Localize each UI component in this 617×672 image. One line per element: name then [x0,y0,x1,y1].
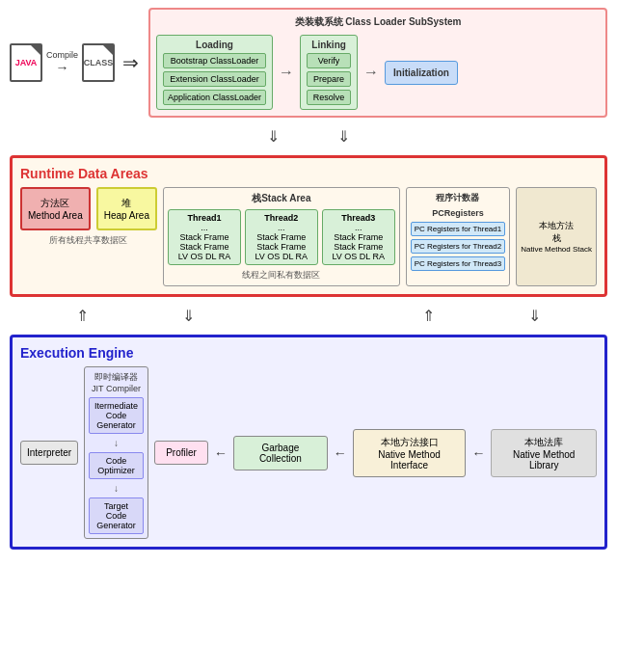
class-label: CLASS [84,58,114,67]
native-stack-box: 本地方法 栈 Native Method Stack [516,187,597,286]
profiler-box: Profiler [154,441,208,465]
native-library-label1: 本地法库 [524,437,563,447]
runtime-box: Runtime Data Areas 方法区 Method Area 堆 Hea… [10,155,607,297]
thread2-box: Thread2 ... Stack Frame Stack Frame LV O… [245,209,318,265]
pc-item-2: PC Registers for Thread3 [411,256,506,271]
top-to-runtime-arrows: ⇓ ⇓ [10,127,607,146]
top-section: JAVA Compile → CLASS ⇒ 类装载系统 Class Loade… [10,8,607,118]
interpreter-label: Interpreter [27,447,71,458]
loading-title: Loading [163,40,266,50]
native-stack-label3: Native Method Stack [521,245,592,254]
pc-area-box: 程序计数器 PCRegisters PC Registers for Threa… [406,187,511,286]
native-stack-label2: 栈 [552,232,561,245]
arrow-bi-1: ⇑ [76,307,89,325]
gc-box: Garbage Collection [233,436,328,470]
native-stack-label1: 本地方法 [539,220,574,232]
jit-items: Itermediate Code Generator ↓ Code Optimi… [89,397,144,534]
thread3-box: Thread3 ... Stack Frame Stack Frame LV O… [322,209,395,265]
pc-item-1: PC Registers for Thread2 [411,239,506,254]
arrow-down-1: ⇓ [267,127,280,146]
pc-title1: 程序计数器 [411,192,506,204]
thread2-item1: Stack Frame [249,232,314,242]
application-loader: Application ClassLoader [163,90,266,105]
gc-right-arrow: ← [334,445,347,461]
thread3-name: Thread3 [326,213,391,223]
verify-item: Verify [307,53,351,68]
heap-label2: Heap Area [104,210,149,221]
loading-to-linking-arrow: → [279,64,294,81]
extension-loader: Extension ClassLoader [163,71,266,87]
loading-box: Loading Bootstrap ClassLoader Extension … [156,35,273,110]
java-file-icon: JAVA [10,43,42,82]
bootstrap-loader: Bootstrap ClassLoader [163,53,266,68]
execution-inner: Interpreter 即时编译器 JIT Compiler Itermedia… [20,366,597,539]
method-heap: 方法区 Method Area 堆 Heap Area [20,187,157,230]
stack-area-title: 栈Stack Area [168,192,395,205]
heap-box: 堆 Heap Area [96,187,157,230]
java-compile-area: JAVA Compile → CLASS ⇒ [10,43,143,82]
classloader-title: 类装载系统 Class Loader SubSystem [156,15,600,29]
stack-area-box: 栈Stack Area Thread1 ... Stack Frame Stac… [163,187,400,286]
thread1-name: Thread1 [172,213,237,223]
main-container: JAVA Compile → CLASS ⇒ 类装载系统 Class Loade… [10,8,607,550]
classloader-inner: Loading Bootstrap ClassLoader Extension … [156,35,600,110]
jit-arrow-2: ↓ [89,483,144,494]
thread-private-label: 线程之间私有数据区 [168,269,395,282]
interpreter-box: Interpreter [20,441,78,465]
jit-item-1: Code Optimizer [89,452,144,479]
gc-left-arrow: ← [214,445,228,461]
execution-box: Execution Engine Interpreter 即时编译器 JIT C… [10,335,607,550]
arrow-bi-4: ⇓ [528,307,541,325]
thread1-box: Thread1 ... Stack Frame Stack Frame LV O… [168,209,241,265]
double-arrow-right: ⇒ [122,51,139,74]
jit-arrow-1: ↓ [89,438,144,448]
native-library-box: 本地法库 Native Method Library [491,429,597,477]
native-library-label2: Native Method Library [513,449,575,470]
linking-box: Linking Verify Prepare Resolve [300,35,358,110]
thread1-item0: ... [172,223,237,232]
threads-row: Thread1 ... Stack Frame Stack Frame LV O… [168,209,395,265]
method-area-label2: Method Area [28,210,83,221]
native-lib-arrow: ← [471,445,485,461]
thread2-item0: ... [249,223,314,232]
compile-label: Compile [46,50,78,60]
arrow-bi-3: ⇑ [422,307,435,325]
native-interface-label1: 本地方法接口 [381,437,439,447]
runtime-inner: 方法区 Method Area 堆 Heap Area 所有线程共享数据区 栈S… [20,187,597,286]
execution-title: Execution Engine [20,345,597,361]
linking-to-init-arrow: → [363,64,379,81]
thread1-item1: Stack Frame [172,232,237,242]
pc-item-0: PC Registers for Thread1 [411,222,506,236]
jit-item-2: Target Code Generator [89,497,144,534]
profiler-label: Profiler [166,447,197,458]
heap-label1: 堆 [121,197,131,210]
init-box: Initialization [385,61,458,85]
jit-compiler-box: 即时编译器 JIT Compiler Itermediate Code Gene… [84,366,148,539]
jit-title: 即时编译器 JIT Compiler [89,371,144,393]
thread3-item3: LV OS DL RA [326,252,391,261]
thread3-item1: Stack Frame [326,232,391,242]
jit-item-0: Itermediate Code Generator [89,397,144,434]
runtime-title: Runtime Data Areas [20,166,597,181]
gc-label: Garbage Collection [259,443,302,464]
linking-title: Linking [307,40,351,50]
shared-area: 方法区 Method Area 堆 Heap Area 所有线程共享数据区 [20,187,157,286]
arrow-bi-2: ⇓ [182,307,195,325]
method-area-label1: 方法区 [40,197,69,210]
resolve-item: Resolve [307,90,351,105]
java-label: JAVA [15,58,38,67]
thread1-item3: LV OS DL RA [172,252,237,261]
compile-arrow: Compile → [46,50,78,75]
native-method-interface-box: 本地方法接口 Native Method Interface [353,429,467,477]
pc-title2: PCRegisters [411,208,506,218]
native-interface-label2: Native Method Interface [378,449,440,470]
shared-label: 所有线程共享数据区 [20,234,157,247]
method-area-box: 方法区 Method Area [20,187,91,230]
thread2-item3: LV OS DL RA [249,252,314,261]
prepare-item: Prepare [307,71,351,87]
class-file-icon: CLASS [82,43,115,82]
thread2-item2: Stack Frame [249,242,314,252]
thread1-item2: Stack Frame [172,242,237,252]
runtime-to-execution-arrows: ⇑ ⇓ ⇑ ⇓ [10,305,607,327]
thread2-name: Thread2 [249,213,314,223]
